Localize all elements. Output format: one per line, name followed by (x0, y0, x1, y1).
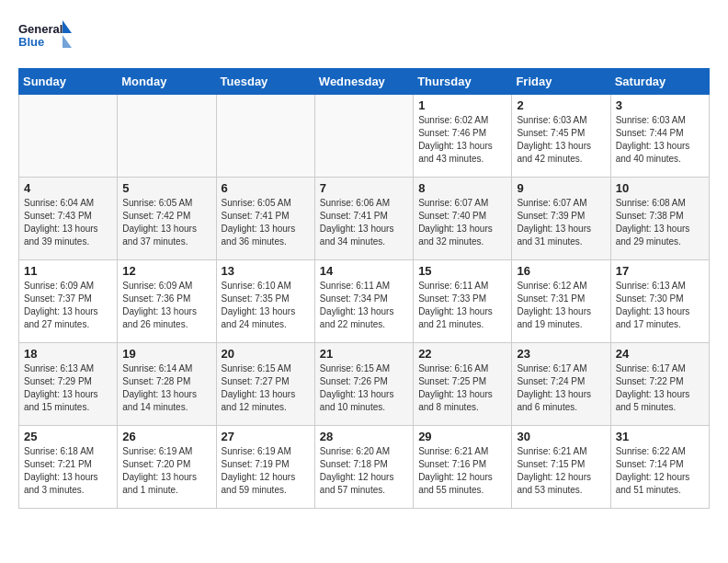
calendar-cell: 20Sunrise: 6:15 AM Sunset: 7:27 PM Dayli… (216, 343, 314, 426)
calendar-cell: 7Sunrise: 6:06 AM Sunset: 7:41 PM Daylig… (314, 178, 413, 260)
calendar-cell: 3Sunrise: 6:03 AM Sunset: 7:44 PM Daylig… (610, 95, 709, 178)
calendar-cell: 8Sunrise: 6:07 AM Sunset: 7:40 PM Daylig… (414, 178, 512, 260)
page-header: General Blue (18, 18, 710, 59)
day-info: Sunrise: 6:05 AM Sunset: 7:42 PM Dayligh… (122, 197, 210, 248)
week-row-3: 11Sunrise: 6:09 AM Sunset: 7:37 PM Dayli… (19, 260, 710, 343)
weekday-header-thursday: Thursday (414, 69, 512, 95)
day-number: 17 (616, 264, 704, 278)
day-info: Sunrise: 6:21 AM Sunset: 7:15 PM Dayligh… (517, 445, 605, 497)
day-number: 8 (418, 181, 506, 195)
day-number: 2 (517, 98, 605, 112)
calendar-table: SundayMondayTuesdayWednesdayThursdayFrid… (18, 68, 710, 509)
day-info: Sunrise: 6:13 AM Sunset: 7:29 PM Dayligh… (24, 362, 112, 414)
day-number: 30 (517, 430, 605, 443)
calendar-cell (216, 95, 314, 178)
calendar-cell: 19Sunrise: 6:14 AM Sunset: 7:28 PM Dayli… (118, 343, 216, 426)
week-row-1: 1Sunrise: 6:02 AM Sunset: 7:46 PM Daylig… (19, 95, 710, 178)
calendar-cell: 12Sunrise: 6:09 AM Sunset: 7:36 PM Dayli… (118, 260, 216, 343)
calendar-cell: 18Sunrise: 6:13 AM Sunset: 7:29 PM Dayli… (19, 343, 118, 426)
day-number: 16 (517, 264, 605, 278)
calendar-cell: 4Sunrise: 6:04 AM Sunset: 7:43 PM Daylig… (19, 178, 118, 260)
calendar-cell: 30Sunrise: 6:21 AM Sunset: 7:15 PM Dayli… (512, 426, 610, 509)
day-info: Sunrise: 6:11 AM Sunset: 7:34 PM Dayligh… (320, 280, 408, 331)
day-info: Sunrise: 6:14 AM Sunset: 7:28 PM Dayligh… (122, 362, 210, 414)
weekday-header-saturday: Saturday (610, 69, 709, 95)
day-number: 12 (122, 264, 210, 278)
day-number: 23 (517, 347, 605, 361)
day-info: Sunrise: 6:20 AM Sunset: 7:18 PM Dayligh… (320, 445, 408, 497)
day-number: 15 (418, 264, 506, 278)
calendar-cell: 11Sunrise: 6:09 AM Sunset: 7:37 PM Dayli… (19, 260, 118, 343)
day-number: 10 (616, 181, 704, 195)
day-info: Sunrise: 6:08 AM Sunset: 7:38 PM Dayligh… (616, 197, 704, 248)
day-info: Sunrise: 6:07 AM Sunset: 7:39 PM Dayligh… (517, 197, 605, 248)
calendar-cell: 29Sunrise: 6:21 AM Sunset: 7:16 PM Dayli… (414, 426, 512, 509)
day-info: Sunrise: 6:11 AM Sunset: 7:33 PM Dayligh… (418, 280, 506, 331)
calendar-cell: 5Sunrise: 6:05 AM Sunset: 7:42 PM Daylig… (118, 178, 216, 260)
calendar-cell: 24Sunrise: 6:17 AM Sunset: 7:22 PM Dayli… (610, 343, 709, 426)
svg-marker-2 (63, 20, 72, 33)
day-number: 26 (122, 430, 210, 443)
logo: General Blue (18, 18, 74, 59)
day-info: Sunrise: 6:02 AM Sunset: 7:46 PM Dayligh… (418, 114, 506, 166)
day-info: Sunrise: 6:13 AM Sunset: 7:30 PM Dayligh… (616, 280, 704, 331)
calendar-cell: 21Sunrise: 6:15 AM Sunset: 7:26 PM Dayli… (314, 343, 413, 426)
svg-text:General: General (18, 22, 63, 36)
day-number: 11 (24, 264, 112, 278)
calendar-cell: 1Sunrise: 6:02 AM Sunset: 7:46 PM Daylig… (414, 95, 512, 178)
calendar-cell: 28Sunrise: 6:20 AM Sunset: 7:18 PM Dayli… (314, 426, 413, 509)
weekday-header-row: SundayMondayTuesdayWednesdayThursdayFrid… (19, 69, 710, 95)
day-number: 13 (222, 264, 310, 278)
day-number: 5 (122, 181, 210, 195)
calendar-cell: 14Sunrise: 6:11 AM Sunset: 7:34 PM Dayli… (314, 260, 413, 343)
day-number: 19 (122, 347, 210, 361)
calendar-cell: 27Sunrise: 6:19 AM Sunset: 7:19 PM Dayli… (216, 426, 314, 509)
logo-svg: General Blue (18, 18, 74, 59)
day-info: Sunrise: 6:18 AM Sunset: 7:21 PM Dayligh… (24, 445, 112, 497)
calendar-cell: 10Sunrise: 6:08 AM Sunset: 7:38 PM Dayli… (610, 178, 709, 260)
svg-marker-3 (63, 35, 72, 48)
day-info: Sunrise: 6:12 AM Sunset: 7:31 PM Dayligh… (517, 280, 605, 331)
day-number: 14 (320, 264, 408, 278)
day-info: Sunrise: 6:15 AM Sunset: 7:27 PM Dayligh… (222, 362, 310, 414)
calendar-cell: 15Sunrise: 6:11 AM Sunset: 7:33 PM Dayli… (414, 260, 512, 343)
weekday-header-sunday: Sunday (19, 69, 118, 95)
calendar-cell: 2Sunrise: 6:03 AM Sunset: 7:45 PM Daylig… (512, 95, 610, 178)
week-row-5: 25Sunrise: 6:18 AM Sunset: 7:21 PM Dayli… (19, 426, 710, 509)
day-number: 9 (517, 181, 605, 195)
calendar-cell: 16Sunrise: 6:12 AM Sunset: 7:31 PM Dayli… (512, 260, 610, 343)
day-info: Sunrise: 6:04 AM Sunset: 7:43 PM Dayligh… (24, 197, 112, 248)
day-number: 27 (222, 430, 310, 443)
day-number: 29 (418, 430, 506, 443)
calendar-cell: 25Sunrise: 6:18 AM Sunset: 7:21 PM Dayli… (19, 426, 118, 509)
week-row-2: 4Sunrise: 6:04 AM Sunset: 7:43 PM Daylig… (19, 178, 710, 260)
day-number: 6 (222, 181, 310, 195)
day-number: 28 (320, 430, 408, 443)
day-number: 24 (616, 347, 704, 361)
calendar-cell: 23Sunrise: 6:17 AM Sunset: 7:24 PM Dayli… (512, 343, 610, 426)
week-row-4: 18Sunrise: 6:13 AM Sunset: 7:29 PM Dayli… (19, 343, 710, 426)
calendar-cell: 17Sunrise: 6:13 AM Sunset: 7:30 PM Dayli… (610, 260, 709, 343)
day-number: 21 (320, 347, 408, 361)
day-info: Sunrise: 6:09 AM Sunset: 7:36 PM Dayligh… (122, 280, 210, 331)
day-info: Sunrise: 6:19 AM Sunset: 7:20 PM Dayligh… (122, 445, 210, 497)
day-number: 20 (222, 347, 310, 361)
calendar-cell: 9Sunrise: 6:07 AM Sunset: 7:39 PM Daylig… (512, 178, 610, 260)
day-info: Sunrise: 6:17 AM Sunset: 7:22 PM Dayligh… (616, 362, 704, 414)
weekday-header-friday: Friday (512, 69, 610, 95)
day-info: Sunrise: 6:09 AM Sunset: 7:37 PM Dayligh… (24, 280, 112, 331)
calendar-cell: 26Sunrise: 6:19 AM Sunset: 7:20 PM Dayli… (118, 426, 216, 509)
day-info: Sunrise: 6:03 AM Sunset: 7:45 PM Dayligh… (517, 114, 605, 166)
day-number: 7 (320, 181, 408, 195)
day-info: Sunrise: 6:03 AM Sunset: 7:44 PM Dayligh… (616, 114, 704, 166)
calendar-cell: 22Sunrise: 6:16 AM Sunset: 7:25 PM Dayli… (414, 343, 512, 426)
day-number: 22 (418, 347, 506, 361)
day-info: Sunrise: 6:05 AM Sunset: 7:41 PM Dayligh… (222, 197, 310, 248)
day-info: Sunrise: 6:06 AM Sunset: 7:41 PM Dayligh… (320, 197, 408, 248)
day-number: 25 (24, 430, 112, 443)
day-info: Sunrise: 6:10 AM Sunset: 7:35 PM Dayligh… (222, 280, 310, 331)
calendar-cell: 6Sunrise: 6:05 AM Sunset: 7:41 PM Daylig… (216, 178, 314, 260)
calendar-cell (314, 95, 413, 178)
day-info: Sunrise: 6:17 AM Sunset: 7:24 PM Dayligh… (517, 362, 605, 414)
calendar-cell: 31Sunrise: 6:22 AM Sunset: 7:14 PM Dayli… (610, 426, 709, 509)
